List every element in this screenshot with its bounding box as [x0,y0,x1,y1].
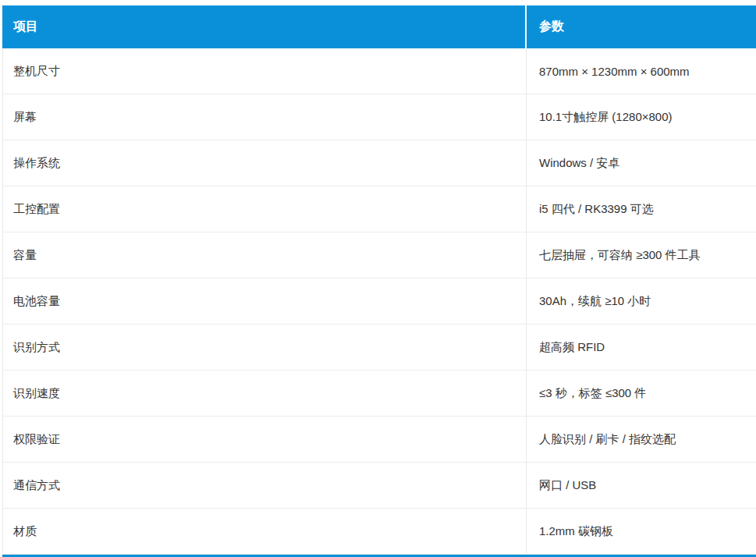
table-row: 操作系统 Windows / 安卓 [3,140,756,186]
spec-param-value: 人脸识别 / 刷卡 / 指纹选配 [527,417,756,462]
spec-item-label: 材质 [3,509,527,554]
spec-param-value: i5 四代 / RK3399 可选 [527,186,756,232]
spec-param-value: 10.1寸触控屏 (1280×800) [527,94,756,140]
table-row: 屏幕 10.1寸触控屏 (1280×800) [3,94,756,140]
header-cell-item: 项目 [2,5,527,48]
spec-param-value: 超高频 RFID [527,325,756,370]
spec-item-label: 容量 [3,232,527,278]
table-row: 电池容量 30Ah，续航 ≥10 小时 [3,278,756,325]
spec-param-value: 30Ah，续航 ≥10 小时 [527,278,756,324]
spec-item-label: 工控配置 [3,186,527,232]
spec-param-value: 870mm × 1230mm × 600mm [527,48,756,94]
table-body: 整机尺寸 870mm × 1230mm × 600mm 屏幕 10.1寸触控屏 … [2,48,756,555]
table-row: 权限验证 人脸识别 / 刷卡 / 指纹选配 [3,417,756,463]
spec-param-value: 1.2mm 碳钢板 [527,509,756,554]
spec-param-value: 七层抽屉，可容纳 ≥300 件工具 [527,232,756,278]
table-row: 整机尺寸 870mm × 1230mm × 600mm [3,48,756,94]
table-row: 材质 1.2mm 碳钢板 [3,509,756,555]
table-row: 识别速度 ≤3 秒，标签 ≤300 件 [3,371,756,417]
spec-item-label: 识别速度 [3,371,527,416]
spec-item-label: 操作系统 [3,140,527,186]
table-row: 通信方式 网口 / USB [3,463,756,509]
spec-param-value: 网口 / USB [527,463,756,508]
spec-item-label: 识别方式 [3,325,527,370]
spec-item-label: 电池容量 [3,278,527,324]
spec-item-label: 权限验证 [3,417,527,462]
spec-item-label: 通信方式 [3,463,527,508]
table-row: 识别方式 超高频 RFID [3,325,756,371]
spec-table: 项目 参数 整机尺寸 870mm × 1230mm × 600mm 屏幕 10.… [2,5,756,555]
table-row: 容量 七层抽屉，可容纳 ≥300 件工具 [3,232,756,278]
spec-item-label: 整机尺寸 [3,48,527,94]
spec-param-value: Windows / 安卓 [527,140,756,186]
table-row: 工控配置 i5 四代 / RK3399 可选 [3,186,756,232]
spec-item-label: 屏幕 [3,94,527,140]
spec-param-value: ≤3 秒，标签 ≤300 件 [527,371,756,416]
table-header-row: 项目 参数 [2,5,756,48]
header-cell-param: 参数 [527,5,756,48]
